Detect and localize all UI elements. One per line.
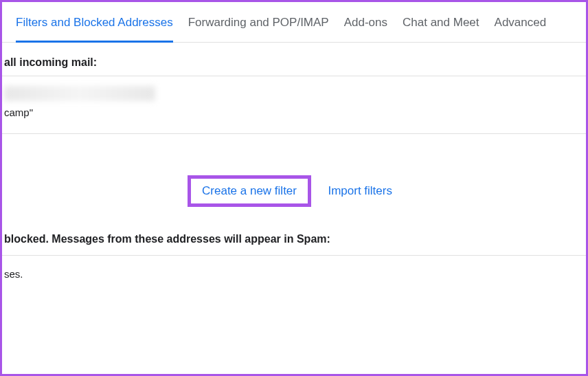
blocked-heading: blocked. Messages from these addresses w… (2, 221, 586, 255)
tab-advanced[interactable]: Advanced (495, 16, 547, 42)
filter-actions: Create a new filter Import filters (2, 134, 586, 221)
existing-filter-row: camp" (2, 76, 586, 134)
tab-chat[interactable]: Chat and Meet (403, 16, 479, 42)
tab-addons[interactable]: Add-ons (344, 16, 387, 42)
filter-criteria-text: camp" (4, 107, 584, 118)
settings-tabs: Filters and Blocked Addresses Forwarding… (2, 2, 586, 43)
blocked-text-fragment: ses. (4, 268, 23, 280)
filters-heading: all incoming mail: (2, 43, 586, 76)
tab-filters[interactable]: Filters and Blocked Addresses (16, 16, 173, 43)
blocked-addresses-area: ses. (2, 255, 586, 292)
import-filters-link[interactable]: Import filters (319, 180, 400, 202)
annotation-highlight: Create a new filter (188, 175, 311, 207)
tab-forwarding[interactable]: Forwarding and POP/IMAP (188, 16, 329, 42)
create-filter-link[interactable]: Create a new filter (194, 180, 305, 202)
redacted-filter-address (4, 86, 155, 101)
settings-content: all incoming mail: camp" Create a new fi… (2, 43, 586, 292)
